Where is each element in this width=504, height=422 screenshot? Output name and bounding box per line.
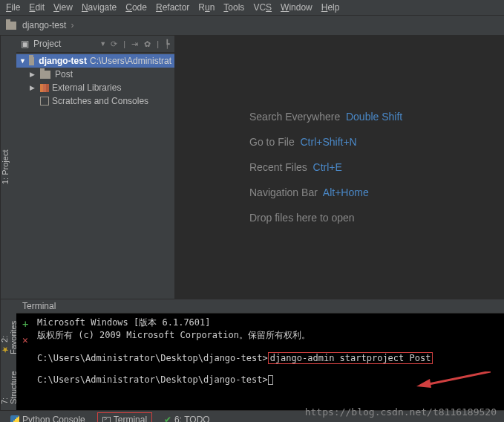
expander-icon[interactable]: ▼ — [19, 57, 26, 65]
sync-icon[interactable]: ⟳ — [111, 39, 117, 49]
tab-label: Terminal — [114, 415, 147, 422]
tip-goto-file: Go to File Ctrl+Shift+N — [249, 136, 504, 148]
menu-run[interactable]: Run — [198, 2, 215, 13]
tip-search-everywhere: Search Everywhere Double Shift — [249, 111, 504, 123]
chevron-right-icon: › — [71, 20, 73, 30]
terminal-side-actions: + ✕ — [22, 316, 37, 407]
project-sidebar: ▣ Project ▼ ⟳ | ⇥ ✿ | ┡ ▼ django-test C:… — [16, 36, 175, 299]
tab-favorites[interactable]: ★ 2: Favorites — [0, 305, 18, 354]
tab-label: 6: TODO — [174, 415, 210, 422]
python-icon — [10, 415, 19, 422]
tip-label: Drop files here to open — [249, 212, 355, 224]
tip-nav-bar: Navigation Bar Alt+Home — [249, 186, 504, 198]
tip-shortcut: Alt+Home — [323, 186, 369, 198]
tab-structure[interactable]: 7: Structure — [0, 366, 18, 404]
term-line-cursor: C:\Users\Administrator\Desktop\django-te… — [37, 374, 498, 385]
menu-window[interactable]: Window — [281, 2, 312, 13]
gear-icon[interactable]: ✿ — [144, 39, 151, 49]
tip-shortcut: Ctrl+E — [313, 161, 342, 173]
cursor — [268, 375, 273, 385]
tree-item-post[interactable]: ▶ Post — [16, 68, 174, 81]
new-session-icon[interactable]: + — [22, 318, 37, 330]
highlighted-command: django-admin startproject Post — [268, 352, 433, 364]
menu-refactor[interactable]: Refactor — [156, 2, 189, 13]
folder-icon — [29, 57, 34, 65]
term-line-cmd: C:\Users\Administrator\Desktop\django-te… — [37, 352, 498, 364]
menu-vcs[interactable]: VCS — [253, 2, 272, 13]
tab-terminal[interactable]: Terminal — [97, 412, 152, 422]
project-tree: ▼ django-test C:\Users\Administrat ▶ Pos… — [16, 53, 174, 109]
divider: | — [123, 39, 125, 49]
tab-python-console[interactable]: Python Console — [6, 413, 90, 422]
menu-bar: File Edit View Navigate Code Refactor Ru… — [0, 0, 504, 16]
menu-code[interactable]: Code — [125, 2, 147, 13]
menu-view[interactable]: View — [53, 2, 73, 13]
menu-edit[interactable]: Edit — [29, 2, 45, 13]
tree-item-scratches[interactable]: Scratches and Consoles — [16, 94, 174, 108]
tree-item-label: External Libraries — [52, 82, 121, 93]
menu-tools[interactable]: Tools — [223, 2, 244, 13]
terminal-body[interactable]: + ✕ Microsoft Windows [版本 6.1.7601] 版权所有… — [16, 314, 504, 410]
tip-shortcut: Ctrl+Shift+N — [300, 136, 356, 148]
tree-item-label: Post — [55, 69, 73, 79]
bottom-tool-bar: Python Console Terminal ✔ 6: TODO — [0, 410, 504, 422]
todo-icon: ✔ — [164, 415, 171, 422]
tab-project[interactable]: 1: Project — [1, 150, 10, 184]
term-prompt: C:\Users\Administrator\Desktop\django-te… — [37, 353, 268, 363]
tree-item-label: Scratches and Consoles — [52, 96, 148, 106]
expander-icon[interactable]: ▶ — [30, 84, 37, 91]
tip-label: Navigation Bar — [249, 186, 318, 198]
menu-file[interactable]: File — [6, 2, 20, 13]
sidebar-header: ▣ Project ▼ ⟳ | ⇥ ✿ | ┡ — [16, 36, 174, 53]
divider: | — [157, 39, 159, 49]
term-prompt: C:\Users\Administrator\Desktop\django-te… — [37, 374, 268, 385]
left-tool-strip: 1: Project — [0, 36, 16, 299]
menu-navigate[interactable]: Navigate — [82, 2, 117, 13]
term-line: 版权所有 (c) 2009 Microsoft Corporation。保留所有… — [37, 329, 498, 342]
tip-label: Search Everywhere — [249, 111, 340, 123]
tab-label: Python Console — [22, 415, 85, 422]
close-session-icon[interactable]: ✕ — [22, 334, 37, 345]
left-tool-strip-lower: 7: Structure ★ 2: Favorites — [0, 299, 16, 410]
tree-root[interactable]: ▼ django-test C:\Users\Administrat — [16, 54, 174, 68]
terminal-panel: 7: Structure ★ 2: Favorites Terminal + ✕… — [0, 299, 504, 410]
terminal-icon — [102, 417, 111, 423]
tree-root-name: django-test — [39, 56, 87, 66]
project-view-icon: ▣ — [21, 39, 29, 49]
breadcrumb: django-test › — [0, 16, 504, 36]
term-line: Microsoft Windows [版本 6.1.7601] — [37, 316, 498, 329]
tip-label: Recent Files — [249, 161, 307, 173]
dropdown-icon[interactable]: ▼ — [99, 40, 106, 48]
folder-icon — [6, 22, 16, 30]
sidebar-title[interactable]: Project — [33, 39, 95, 49]
tree-item-external-libs[interactable]: ▶ External Libraries — [16, 81, 174, 94]
terminal-output: Microsoft Windows [版本 6.1.7601] 版权所有 (c)… — [37, 316, 498, 407]
folder-icon — [40, 71, 50, 79]
tab-todo[interactable]: ✔ 6: TODO — [160, 413, 215, 422]
tip-shortcut: Double Shift — [346, 111, 402, 123]
tree-root-path: C:\Users\Administrat — [90, 56, 171, 66]
menu-help[interactable]: Help — [321, 2, 340, 13]
scratch-icon — [40, 97, 49, 106]
tip-drop-files: Drop files here to open — [249, 212, 504, 224]
terminal-title[interactable]: Terminal — [16, 299, 504, 314]
expander-icon[interactable]: ▶ — [30, 71, 37, 78]
collapse-icon[interactable]: ⇥ — [131, 39, 138, 49]
editor-empty-state: Search Everywhere Double Shift Go to Fil… — [175, 36, 504, 299]
tip-recent-files: Recent Files Ctrl+E — [249, 161, 504, 173]
breadcrumb-project[interactable]: django-test — [22, 20, 66, 30]
tip-label: Go to File — [249, 136, 295, 148]
hide-icon[interactable]: ┡ — [165, 39, 170, 49]
library-icon — [40, 84, 49, 92]
